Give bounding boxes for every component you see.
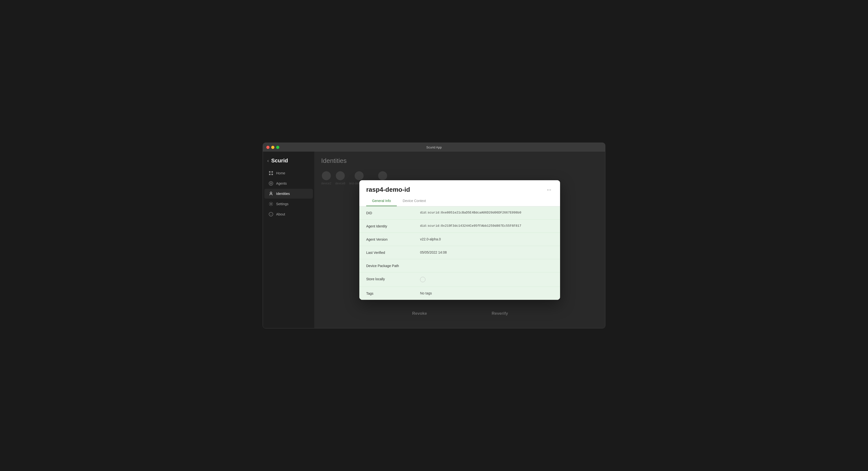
sidebar-item-settings[interactable]: Settings bbox=[265, 199, 313, 209]
field-value-agent-version: v22.0-alpha.0 bbox=[420, 237, 441, 241]
svg-rect-0 bbox=[269, 171, 271, 173]
window-title: Scurid App bbox=[426, 145, 442, 149]
svg-point-5 bbox=[270, 183, 272, 184]
sidebar-label-identities: Identities bbox=[276, 192, 290, 196]
modal-body: DID did:scurid:0xe8051e21cBaD5E4BdcaA86D… bbox=[359, 206, 560, 300]
maximize-button[interactable] bbox=[276, 146, 279, 149]
modal-overlay: rasp4-demo-id ··· General Info Device Co… bbox=[314, 152, 605, 328]
modal-tabs: General Info Device Context bbox=[359, 196, 560, 206]
sidebar-nav: Home Agents bbox=[263, 168, 314, 219]
agents-icon bbox=[269, 181, 273, 186]
svg-point-4 bbox=[269, 181, 273, 186]
sidebar: ‹ Scurid Home bbox=[263, 152, 314, 328]
modal-title: rasp4-demo-id bbox=[366, 186, 410, 194]
svg-point-6 bbox=[270, 192, 272, 194]
sidebar-label-agents: Agents bbox=[276, 181, 287, 186]
field-value-last-verified: 05/05/2022 14:08 bbox=[420, 250, 447, 254]
sidebar-item-about[interactable]: i About bbox=[265, 209, 313, 219]
field-label-last-verified: Last Verified bbox=[366, 250, 420, 255]
sidebar-item-identities[interactable]: Identities bbox=[265, 189, 313, 199]
sidebar-item-agents[interactable]: Agents bbox=[265, 178, 313, 188]
tab-general-info[interactable]: General Info bbox=[366, 196, 397, 206]
tab-device-context[interactable]: Device Context bbox=[397, 196, 432, 206]
field-label-store-locally: Store locally bbox=[366, 277, 420, 281]
field-agent-identity: Agent Identity did:scurid:0x219F3dc14324… bbox=[359, 220, 560, 233]
close-button[interactable] bbox=[266, 146, 270, 149]
home-icon bbox=[269, 171, 273, 175]
sidebar-label-about: About bbox=[276, 212, 285, 216]
field-label-did: DID bbox=[366, 211, 420, 215]
app-window: Scurid App ‹ Scurid bbox=[262, 142, 606, 329]
right-panel: Identities ⬤ device2 ⬤ device8 ⬤ test-de… bbox=[314, 152, 605, 328]
window-controls bbox=[266, 146, 279, 149]
svg-rect-1 bbox=[272, 171, 273, 173]
back-icon[interactable]: ‹ bbox=[267, 158, 269, 163]
sidebar-label-settings: Settings bbox=[276, 202, 288, 206]
svg-point-7 bbox=[271, 203, 272, 205]
field-agent-version: Agent Version v22.0-alpha.0 bbox=[359, 233, 560, 246]
field-store-locally: Store locally bbox=[359, 272, 560, 287]
field-value-agent-identity: did:scurid:0x219F3dc143244Ce95fFAbb1259d… bbox=[420, 224, 521, 228]
field-label-agent-version: Agent Version bbox=[366, 237, 420, 241]
field-device-package-path: Device Package Path bbox=[359, 259, 560, 272]
minimize-button[interactable] bbox=[271, 146, 274, 149]
titlebar: Scurid App bbox=[263, 143, 605, 152]
identity-detail-modal: rasp4-demo-id ··· General Info Device Co… bbox=[359, 180, 560, 300]
svg-rect-2 bbox=[269, 174, 271, 175]
settings-icon bbox=[269, 202, 273, 206]
app-title: Scurid bbox=[271, 158, 288, 164]
sidebar-item-home[interactable]: Home bbox=[265, 168, 313, 178]
sidebar-label-home: Home bbox=[276, 171, 285, 175]
main-content: ‹ Scurid Home bbox=[263, 152, 605, 328]
identities-icon bbox=[269, 192, 273, 196]
field-label-agent-identity: Agent Identity bbox=[366, 224, 420, 228]
store-locally-toggle[interactable] bbox=[420, 277, 426, 282]
modal-menu-button[interactable]: ··· bbox=[545, 186, 553, 194]
field-label-tags: Tags bbox=[366, 291, 420, 295]
field-did: DID did:scurid:0xe8051e21cBaD5E4BdcaA86D… bbox=[359, 206, 560, 220]
field-tags: Tags No tags bbox=[359, 287, 560, 300]
about-icon: i bbox=[269, 212, 273, 216]
field-value-tags: No tags bbox=[420, 291, 432, 295]
svg-text:i: i bbox=[271, 213, 271, 216]
field-label-device-package-path: Device Package Path bbox=[366, 264, 420, 268]
sidebar-header: ‹ Scurid bbox=[263, 156, 314, 168]
modal-header: rasp4-demo-id ··· bbox=[359, 180, 560, 194]
field-last-verified: Last Verified 05/05/2022 14:08 bbox=[359, 246, 560, 259]
svg-rect-3 bbox=[272, 174, 273, 175]
field-value-did: did:scurid:0xe8051e21cBaD5E4BdcaA86D20d0… bbox=[420, 211, 521, 214]
